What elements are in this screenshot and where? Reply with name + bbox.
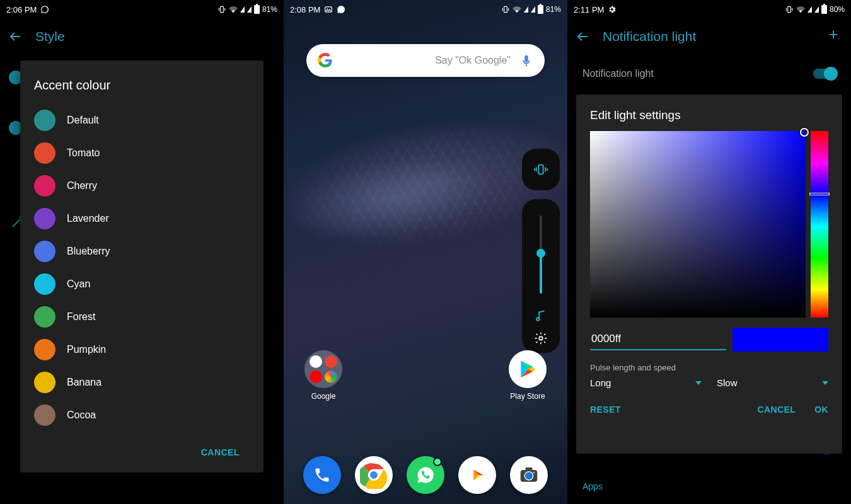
signal-icon [524,6,528,13]
color-option-tomato[interactable]: Tomato [34,137,250,169]
volume-settings-button[interactable] [534,331,548,345]
wifi-icon [796,5,805,14]
swatch-default [34,110,55,131]
swatch-cherry [34,175,55,197]
pulse-speed-dropdown[interactable]: Slow [717,377,828,388]
saturation-value-picker[interactable] [590,131,806,318]
clock: 2:06 PM [6,5,37,14]
toggle[interactable] [813,69,836,79]
swatch-blueberry [34,241,55,262]
signal-icon [240,6,245,13]
chevron-down-icon [822,381,828,385]
page-title: Notification light [603,29,696,44]
music-note-icon[interactable] [534,309,548,323]
header: Style [0,19,284,54]
cancel-button[interactable]: CANCEL [191,441,250,464]
signal-icon-2 [247,6,252,13]
play-label: Play Store [510,392,545,401]
camera-app[interactable] [510,456,548,494]
play-store-icon [509,350,547,388]
svg-point-31 [533,472,535,474]
color-option-blueberry[interactable]: Blueberry [34,235,250,268]
color-option-default[interactable]: Default [34,104,250,137]
hex-input[interactable] [590,329,726,350]
google-search-bar[interactable]: Say "Ok Google" [306,44,545,77]
whatsapp-app[interactable] [407,456,444,494]
svg-point-14 [539,336,543,340]
screen-home: 2:08 PM 81% Say "Ok Google" [284,0,567,504]
statusbar: 2:11 PM 80% [567,0,851,19]
pulse-length-dropdown[interactable]: Long [590,377,702,388]
ringer-mode-button[interactable] [522,149,560,190]
battery-pct: 81% [546,5,561,14]
reset-button[interactable]: RESET [590,404,621,415]
color-option-lavender[interactable]: Lavender [34,202,250,235]
battery-pct: 81% [262,5,277,14]
clock: 2:11 PM [574,5,604,14]
color-list: Default Tomato Cherry Lavender Blueberry… [34,104,250,441]
mic-icon[interactable] [519,54,533,67]
signal-icon-2 [814,6,819,13]
swatch-pumpkin [34,339,55,360]
battery-icon [254,5,260,14]
play-store-app[interactable]: Play Store [507,350,548,401]
play-music-app[interactable] [458,456,496,494]
back-button[interactable] [575,29,590,44]
pref-notif-light[interactable]: Notification light [567,60,851,87]
battery-icon [821,5,827,14]
search-hint: Say "Ok Google" [435,55,511,66]
color-option-pumpkin[interactable]: Pumpkin [34,333,250,366]
page-title: Style [35,29,65,44]
chrome-app[interactable] [355,456,393,494]
signal-icon [808,6,812,13]
color-preview [732,328,828,352]
ok-button[interactable]: OK [814,404,828,415]
image-icon [324,5,333,14]
color-option-cyan[interactable]: Cyan [34,268,250,301]
pulse-label: Pulse length and speed [590,363,828,372]
volume-panel [522,199,560,353]
color-option-forest[interactable]: Forest [34,301,250,333]
accent-dialog: Accent colour Default Tomato Cherry Lave… [20,60,263,472]
google-logo-icon [318,53,333,68]
color-option-banana[interactable]: Banana [34,366,250,399]
color-option-cherry[interactable]: Cherry [34,169,250,202]
home-row: Google Play Store [284,350,567,401]
section-apps: Apps [567,476,851,496]
swatch-forest [34,306,55,328]
swatch-cyan [34,273,55,295]
whatsapp-icon [337,5,345,14]
signal-icon-2 [531,6,535,13]
vibrate-icon [785,5,794,14]
swatch-tomato [34,142,55,164]
back-button[interactable] [8,29,23,44]
add-button[interactable]: + [825,25,842,43]
svg-rect-32 [788,6,791,12]
vibrate-icon [534,163,548,176]
swatch-cocoa [34,404,55,426]
hue-cursor [809,193,830,195]
cancel-button[interactable]: CANCEL [757,404,796,415]
dialog-title: Accent colour [34,78,250,93]
dock [284,456,567,494]
clock: 2:08 PM [290,5,320,14]
battery-pct: 80% [830,5,845,14]
folder-icon [304,350,342,388]
hue-slider[interactable] [811,131,828,318]
gear-icon [608,5,617,14]
dialog-title: Edit light settings [590,108,828,122]
pref-label: Notification light [582,68,654,79]
color-option-cocoa[interactable]: Cocoa [34,399,250,432]
svg-rect-8 [538,165,543,175]
svg-rect-5 [504,6,507,12]
header: Notification light [567,19,851,54]
wifi-icon [512,5,521,14]
statusbar: 2:08 PM 81% [284,0,567,19]
volume-slider[interactable] [540,215,542,294]
swatch-banana [34,372,55,393]
google-folder[interactable]: Google [303,350,344,401]
edit-light-dialog: Edit light settings Pulse length and spe… [576,94,842,454]
phone-app[interactable] [303,456,341,494]
chevron-down-icon [695,381,702,385]
sv-cursor [800,128,809,137]
